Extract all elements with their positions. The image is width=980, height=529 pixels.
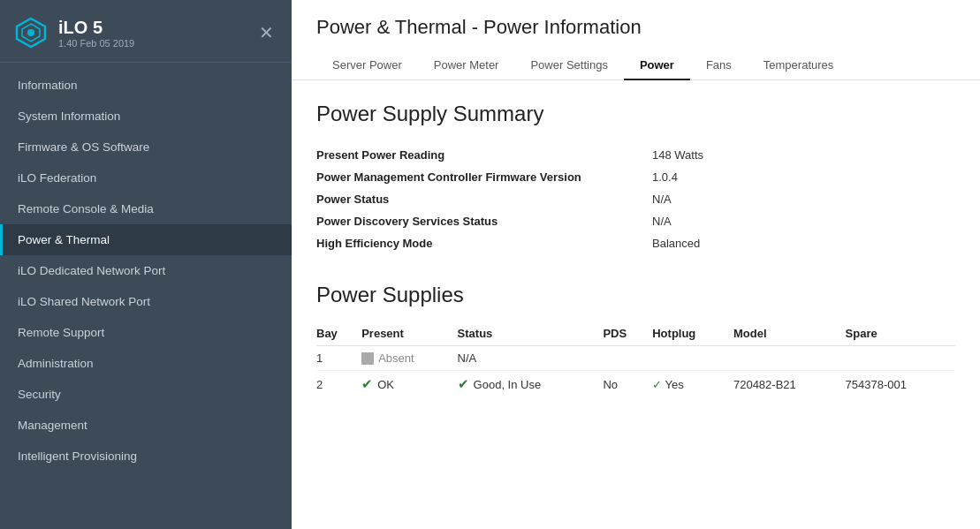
model-cell <box>733 346 846 371</box>
field-value: N/A <box>652 210 955 232</box>
column-header: Model <box>733 321 846 346</box>
tab-server-power[interactable]: Server Power <box>316 51 418 80</box>
field-label: Present Power Reading <box>316 144 652 166</box>
main-content: Power & Thermal - Power Information Serv… <box>292 0 980 529</box>
table-header-row: BayPresentStatusPDSHotplugModelSpare <box>316 321 955 346</box>
status-cell: N/A <box>458 346 604 371</box>
field-value: 148 Watts <box>652 144 955 166</box>
table-row: High Efficiency ModeBalanced <box>316 232 955 254</box>
column-header: Status <box>458 321 604 346</box>
column-header: Bay <box>316 321 361 346</box>
pds-cell: No <box>603 371 652 398</box>
table-row: Present Power Reading148 Watts <box>316 144 955 166</box>
table-row: Power StatusN/A <box>316 188 955 210</box>
field-label: Power Status <box>316 188 652 210</box>
ilo-logo-icon <box>14 16 48 49</box>
table-row: 1AbsentN/A <box>316 346 955 371</box>
tab-fans[interactable]: Fans <box>690 51 748 80</box>
status-cell: ✔Good, In Use <box>458 371 604 398</box>
sidebar-header: iLO 5 1.40 Feb 05 2019 ✕ <box>0 0 292 63</box>
column-header: Spare <box>846 321 955 346</box>
sidebar-item-system-information[interactable]: System Information <box>0 101 292 132</box>
sidebar-nav: InformationSystem InformationFirmware & … <box>0 63 292 529</box>
bay-cell: 2 <box>316 371 361 398</box>
power-supply-summary-table: Present Power Reading148 WattsPower Mana… <box>316 144 955 254</box>
sidebar-item-administration[interactable]: Administration <box>0 348 292 379</box>
bay-cell: 1 <box>316 346 361 371</box>
tab-power-meter[interactable]: Power Meter <box>418 51 515 80</box>
app-version: 1.40 Feb 05 2019 <box>58 38 134 49</box>
field-value: N/A <box>652 188 955 210</box>
power-supplies-table: BayPresentStatusPDSHotplugModelSpare 1Ab… <box>316 321 955 397</box>
tab-power[interactable]: Power <box>624 51 690 80</box>
page-title: Power & Thermal - Power Information <box>316 16 955 39</box>
svg-point-2 <box>27 29 34 36</box>
tab-bar: Server PowerPower MeterPower SettingsPow… <box>316 51 955 79</box>
sidebar-item-firmware-os-software[interactable]: Firmware & OS Software <box>0 132 292 162</box>
sidebar-item-remote-console-media[interactable]: Remote Console & Media <box>0 193 292 224</box>
absent-status: Absent <box>361 351 450 365</box>
hotplug-yes: ✓ Yes <box>652 378 684 391</box>
hotplug-cell <box>652 346 733 371</box>
column-header: Present <box>361 321 457 346</box>
sidebar-item-information[interactable]: Information <box>0 70 292 101</box>
pds-cell <box>603 346 652 371</box>
good-icon: ✔ <box>458 376 469 392</box>
sidebar-item-security[interactable]: Security <box>0 379 292 410</box>
table-row: Power Management Controller Firmware Ver… <box>316 166 955 188</box>
sidebar-logo-area: iLO 5 1.40 Feb 05 2019 <box>14 16 134 49</box>
field-value: Balanced <box>652 232 955 254</box>
model-cell: 720482-B21 <box>733 371 846 398</box>
spare-cell <box>846 346 955 371</box>
sidebar-item-power-thermal[interactable]: Power & Thermal <box>0 224 292 255</box>
column-header: PDS <box>603 321 652 346</box>
table-row: Power Discovery Services StatusN/A <box>316 210 955 232</box>
close-button[interactable]: ✕ <box>255 20 277 45</box>
present-cell: Absent <box>361 346 457 371</box>
sidebar: iLO 5 1.40 Feb 05 2019 ✕ InformationSyst… <box>0 0 292 529</box>
ok-status: ✔OK <box>361 376 450 392</box>
column-header: Hotplug <box>652 321 733 346</box>
main-header: Power & Thermal - Power Information Serv… <box>292 0 980 80</box>
tab-temperatures[interactable]: Temperatures <box>748 51 849 80</box>
hotplug-cell: ✓ Yes <box>652 371 733 398</box>
power-supplies-title: Power Supplies <box>316 283 955 307</box>
check-icon: ✓ <box>652 378 662 391</box>
sidebar-item-management[interactable]: Management <box>0 410 292 441</box>
field-label: High Efficiency Mode <box>316 232 652 254</box>
table-row: 2✔OK✔Good, In UseNo✓ Yes720482-B21754378… <box>316 371 955 398</box>
field-label: Power Discovery Services Status <box>316 210 652 232</box>
field-label: Power Management Controller Firmware Ver… <box>316 166 652 188</box>
sidebar-item-remote-support[interactable]: Remote Support <box>0 317 292 348</box>
field-value: 1.0.4 <box>652 166 955 188</box>
good-status: ✔Good, In Use <box>458 376 596 392</box>
absent-icon <box>361 352 374 365</box>
present-cell: ✔OK <box>361 371 457 398</box>
sidebar-title-block: iLO 5 1.40 Feb 05 2019 <box>58 17 134 49</box>
power-supply-summary-title: Power Supply Summary <box>316 102 955 126</box>
tab-power-settings[interactable]: Power Settings <box>514 51 623 80</box>
ok-icon: ✔ <box>361 376 373 392</box>
sidebar-item-ilo-federation[interactable]: iLO Federation <box>0 162 292 193</box>
sidebar-item-ilo-shared-network-port[interactable]: iLO Shared Network Port <box>0 286 292 317</box>
sidebar-item-intelligent-provisioning[interactable]: Intelligent Provisioning <box>0 441 292 472</box>
app-name: iLO 5 <box>58 17 134 38</box>
sidebar-item-ilo-dedicated-network-port[interactable]: iLO Dedicated Network Port <box>0 255 292 286</box>
content-body: Power Supply Summary Present Power Readi… <box>292 80 980 529</box>
spare-cell: 754378-001 <box>846 371 955 398</box>
